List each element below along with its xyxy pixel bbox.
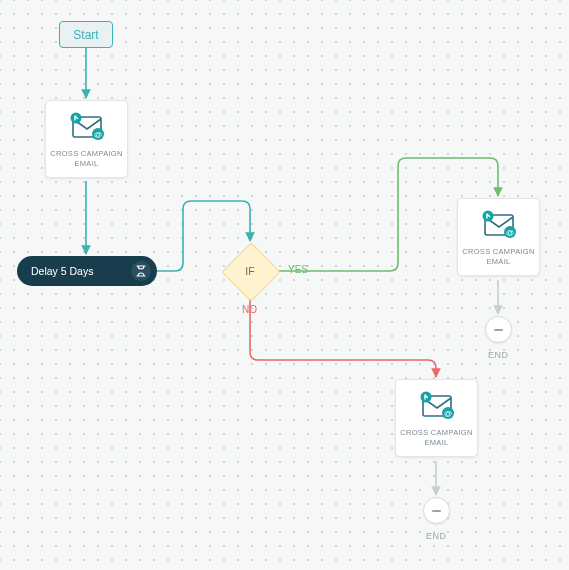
decision-node[interactable]: IF <box>222 243 278 299</box>
end-node-yes[interactable] <box>485 316 512 343</box>
svg-text:@: @ <box>505 228 513 237</box>
flow-canvas: Start @ CROSS CAMPAIGN EMAIL Delay 5 Day… <box>0 0 569 570</box>
svg-point-9 <box>420 392 431 403</box>
end-label-yes: END <box>488 350 508 360</box>
decision-label: IF <box>222 243 278 299</box>
end-icon <box>423 497 450 524</box>
email-node-yes[interactable]: @ CROSS CAMPAIGN EMAIL <box>457 198 540 276</box>
email-node-1-sub: EMAIL <box>50 159 123 169</box>
delay-node[interactable]: Delay 5 Days <box>17 256 157 286</box>
delay-label: Delay 5 Days <box>31 265 93 277</box>
svg-text:@: @ <box>93 130 101 139</box>
start-label: Start <box>73 28 98 42</box>
email-node-no-sub: EMAIL <box>400 438 473 448</box>
svg-point-1 <box>70 113 81 124</box>
svg-point-5 <box>482 211 493 222</box>
email-node-1[interactable]: @ CROSS CAMPAIGN EMAIL <box>45 100 128 178</box>
end-icon <box>485 316 512 343</box>
email-node-yes-sub: EMAIL <box>462 257 535 267</box>
email-icon: @ <box>400 390 473 422</box>
start-node[interactable]: Start <box>59 21 113 48</box>
email-node-no[interactable]: @ CROSS CAMPAIGN EMAIL <box>395 379 478 457</box>
end-label-no: END <box>426 531 446 541</box>
no-label: NO <box>242 304 257 315</box>
email-node-yes-title: CROSS CAMPAIGN <box>462 247 535 257</box>
hourglass-icon <box>131 261 151 281</box>
svg-text:@: @ <box>443 409 451 418</box>
email-node-1-title: CROSS CAMPAIGN <box>50 149 123 159</box>
email-node-no-title: CROSS CAMPAIGN <box>400 428 473 438</box>
end-node-no[interactable] <box>423 497 450 524</box>
email-icon: @ <box>50 111 123 143</box>
yes-label: YES <box>288 264 308 275</box>
email-icon: @ <box>462 209 535 241</box>
